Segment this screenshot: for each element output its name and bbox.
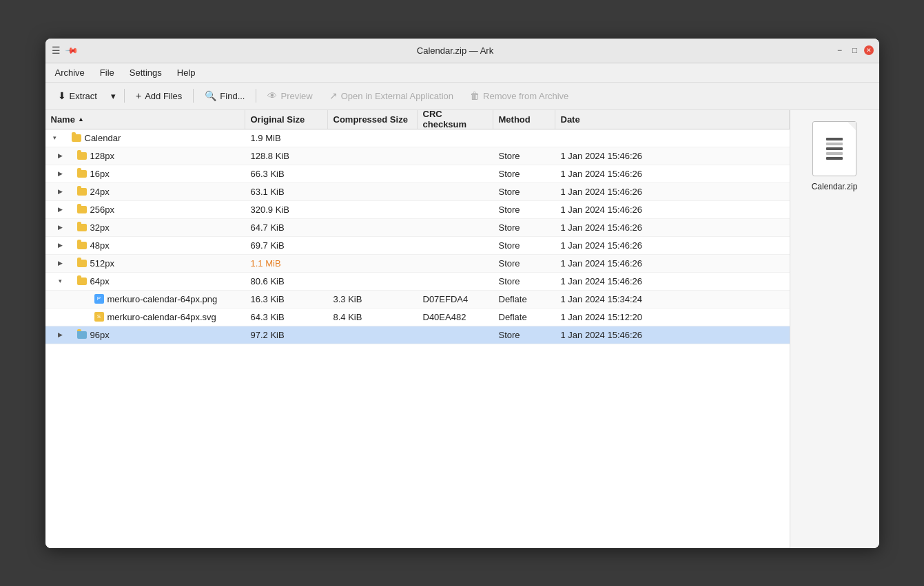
row-name: 512px: [90, 258, 114, 269]
extract-dropdown-button[interactable]: ▾: [107, 88, 120, 104]
col-method-label: Method: [499, 114, 531, 125]
row-name: 48px: [90, 240, 110, 251]
remove-button[interactable]: 🗑 Remove from Archive: [463, 87, 575, 104]
row-name: 256px: [90, 205, 114, 215]
maximize-button[interactable]: □: [849, 44, 861, 56]
file-rows: ▾ Calendar 1.9 MiB ▶: [45, 129, 790, 548]
col-header-name[interactable]: Name ▲: [45, 110, 245, 129]
cell-original: 66.3 KiB: [245, 165, 328, 182]
zip-stripe-2: [826, 143, 843, 145]
expand-icon[interactable]: ▶: [57, 205, 65, 213]
table-row[interactable]: S merkuro-calendar-64px.svg 64.3 KiB 8.4…: [45, 308, 790, 326]
zip-file-icon: [812, 121, 856, 176]
cell-original: 63.1 KiB: [245, 183, 328, 200]
col-header-method[interactable]: Method: [493, 110, 555, 129]
table-row[interactable]: ▾ Calendar 1.9 MiB: [45, 129, 790, 147]
folder-icon: [77, 278, 87, 285]
cell-compressed: [328, 183, 418, 200]
expand-placeholder: [67, 169, 75, 178]
cell-compressed: [328, 273, 418, 290]
dropdown-arrow-icon: ▾: [111, 91, 116, 101]
cell-compressed: [328, 255, 418, 272]
table-row[interactable]: ▶ 24px 63.1 KiB Store 1 Jan 2024 15:46:2…: [45, 183, 790, 201]
open-external-button[interactable]: ↗ Open in External Application: [322, 87, 460, 104]
minimize-button[interactable]: −: [834, 44, 846, 56]
expand-icon[interactable]: ▾: [51, 134, 59, 142]
sort-arrow-icon: ▲: [78, 116, 84, 123]
folder-icon: [77, 206, 87, 213]
expand-icon[interactable]: ▶: [57, 223, 65, 231]
main-window: ☰ 📌 Calendar.zip — Ark − □ ✕ Archive Fil…: [45, 39, 879, 548]
expand-placeholder: [67, 151, 75, 160]
col-header-date[interactable]: Date: [555, 110, 790, 129]
cell-compressed: [328, 326, 418, 344]
cell-date: 1 Jan 2024 15:34:24: [555, 291, 790, 308]
cell-method: Store: [493, 237, 555, 254]
open-external-icon: ↗: [329, 90, 338, 101]
expand-icon[interactable]: ▶: [57, 151, 65, 160]
expand-icon[interactable]: ▶: [57, 241, 65, 249]
cell-original: 128.8 KiB: [245, 147, 328, 165]
row-name: 96px: [90, 330, 110, 340]
menu-settings[interactable]: Settings: [123, 65, 169, 80]
col-header-crc[interactable]: CRC checksum: [418, 110, 493, 129]
expand-placeholder: [67, 241, 75, 249]
col-header-original[interactable]: Original Size: [245, 110, 328, 129]
cell-date: 1 Jan 2024 15:46:26: [555, 147, 790, 165]
cell-compressed: [328, 201, 418, 218]
expand-icon[interactable]: ▶: [57, 187, 65, 196]
table-row[interactable]: ▶ 256px 320.9 KiB Store 1 Jan 2024 15:46…: [45, 201, 790, 219]
expand-placeholder: [67, 331, 75, 339]
table-row[interactable]: ▶ 32px 64.7 KiB Store 1 Jan 2024 15:46:2…: [45, 219, 790, 237]
cell-name-64px: ▾ 64px: [45, 273, 245, 290]
cell-compressed: 3.3 KiB: [328, 291, 418, 308]
extract-button[interactable]: ⬇ Extract: [51, 87, 104, 104]
titlebar: ☰ 📌 Calendar.zip — Ark − □ ✕: [45, 39, 879, 63]
add-files-button[interactable]: + Add Files: [129, 87, 189, 104]
cell-method: Store: [493, 147, 555, 165]
table-row[interactable]: ▾ 64px 80.6 KiB Store 1 Jan 2024 15:46:2…: [45, 273, 790, 291]
table-row[interactable]: P merkuro-calendar-64px.png 16.3 KiB 3.3…: [45, 291, 790, 308]
cell-date-calendar: [555, 129, 790, 147]
cell-name-48px: ▶ 48px: [45, 237, 245, 254]
menu-file[interactable]: File: [93, 65, 121, 80]
cell-date: 1 Jan 2024 15:46:26: [555, 183, 790, 200]
toolbar-separator-1: [124, 89, 125, 103]
close-button[interactable]: ✕: [864, 45, 874, 55]
expand-icon[interactable]: ▶: [57, 259, 65, 267]
col-header-compressed[interactable]: Compressed Size: [328, 110, 418, 129]
cell-compressed: [328, 147, 418, 165]
col-name-label: Name: [51, 114, 75, 125]
expand-icon[interactable]: ▶: [57, 331, 65, 339]
table-row[interactable]: ▶ 512px 1.1 MiB Store 1 Jan 2024 15:46:2…: [45, 255, 790, 273]
find-label: Find...: [220, 91, 245, 101]
window-controls: − □ ✕: [834, 44, 874, 56]
expand-icon[interactable]: ▶: [57, 169, 65, 178]
cell-compressed: [328, 165, 418, 182]
expand-placeholder: [67, 259, 75, 267]
menu-help[interactable]: Help: [170, 65, 203, 80]
find-button[interactable]: 🔍 Find...: [198, 87, 251, 104]
row-name: 16px: [90, 169, 110, 179]
table-row[interactable]: ▶ 48px 69.7 KiB Store 1 Jan 2024 15:46:2…: [45, 237, 790, 255]
remove-icon: 🗑: [470, 90, 480, 101]
cell-date: 1 Jan 2024 15:46:26: [555, 237, 790, 254]
cell-method: Store: [493, 326, 555, 344]
menubar: Archive File Settings Help: [45, 63, 879, 83]
table-row[interactable]: ▶ 16px 66.3 KiB Store 1 Jan 2024 15:46:2…: [45, 165, 790, 183]
zip-stripe-4: [826, 152, 843, 155]
col-original-label: Original Size: [251, 114, 305, 125]
menu-archive[interactable]: Archive: [48, 65, 92, 80]
cell-crc: [418, 201, 493, 218]
table-row[interactable]: ▶ 96px 97.2 KiB Store 1 Jan 2024 15:46:2…: [45, 326, 790, 344]
cell-date: 1 Jan 2024 15:12:20: [555, 308, 790, 326]
expand-icon[interactable]: ▾: [57, 277, 65, 285]
expand-placeholder: [67, 205, 75, 213]
expand-placeholder: [67, 277, 75, 285]
table-row[interactable]: ▶ 128px 128.8 KiB Store 1 Jan 2024 15:46…: [45, 147, 790, 165]
preview-button[interactable]: 👁 Preview: [260, 87, 319, 104]
cell-compressed: [328, 237, 418, 254]
expand-placeholder: [84, 313, 92, 321]
cell-name-svg: S merkuro-calendar-64px.svg: [45, 308, 245, 326]
right-panel: Calendar.zip: [790, 110, 879, 548]
